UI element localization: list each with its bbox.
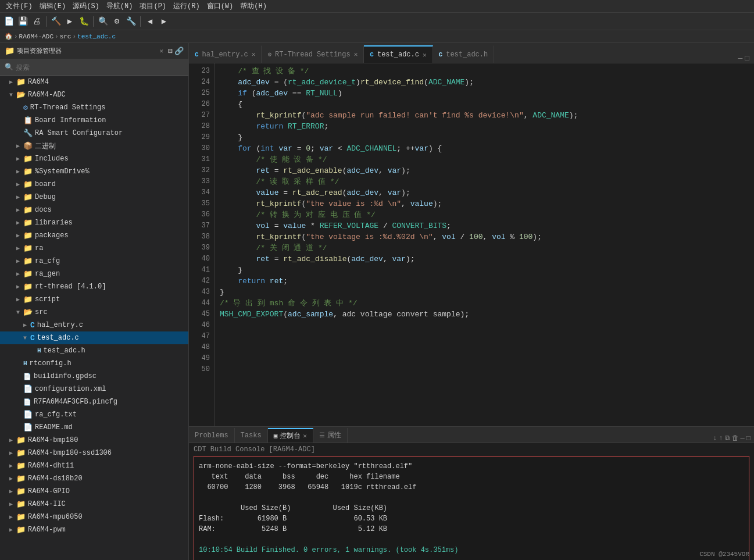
tree-item-test-adc-h[interactable]: H test_adc.h [0,344,188,357]
console-up[interactable]: ↑ [719,434,723,443]
menu-window[interactable]: 窗口(W) [203,1,237,11]
tab-test-adc-c[interactable]: C test_adc.c ✕ [364,45,433,63]
toolbar-forward[interactable]: ▶ [158,15,170,28]
csdn-badge: CSDN @2345VOR [699,551,749,558]
menu-project[interactable]: 项目(P) [136,1,170,11]
search-input[interactable] [16,63,184,72]
tree-item-readme[interactable]: 📄 README.md [0,421,188,434]
console-line-4 [199,493,744,503]
tab-tasks[interactable]: Tasks [235,428,268,443]
console-copy[interactable]: ⧉ [725,434,730,443]
console-line-9: 10:10:54 Build Finished. 0 errors, 1 war… [199,545,744,555]
tree-item-hal-entry[interactable]: ▶ C hal_entry.c [0,319,188,331]
tree-item-mpu6050[interactable]: ▶ 📁 RA6M4-mpu6050 [0,511,188,523]
tree-item-ra6m4-adc[interactable]: ▼ 📂 RA6M4-ADC [0,88,188,101]
tree-item-ra-smart[interactable]: 🔧 RA Smart Configurator [0,127,188,140]
toolbar-print[interactable]: 🖨 [30,15,43,28]
toolbar-new[interactable]: 📄 [2,15,15,28]
tab-problems[interactable]: Problems [189,428,235,443]
console-line-2: text data bss dec hex filename [199,472,744,482]
console-content: CDT Build Console [RA6M4-ADC] arm-none-e… [189,443,754,560]
breadcrumb-file[interactable]: test_adc.c [77,33,116,40]
tree-item-pincfg[interactable]: 📄 R7FA6M4AF3CFB.pincfg [0,395,188,408]
tree-item-bmp180[interactable]: ▶ 📁 RA6M4-bmp180 [0,434,188,447]
console-down[interactable]: ↓ [713,434,717,443]
bottom-tab-icons: ↓ ↑ ⧉ 🗑 — □ [709,434,754,443]
toolbar-search[interactable]: 🔍 [97,15,109,28]
toolbar-chip[interactable]: 🔧 [124,15,137,28]
tree-item-pwm[interactable]: ▶ 📁 RA6M4-pwm [0,523,188,536]
tab-console-close[interactable]: ✕ [303,432,307,440]
menu-bar: 文件(F) 编辑(E) 源码(S) 导航(N) 项目(P) 运行(R) 窗口(W… [0,0,754,13]
sidebar-header-close[interactable]: ✕ [160,47,164,55]
tree-item-rtconfig[interactable]: H rtconfig.h [0,357,188,370]
tree-item-packages[interactable]: ▶ 📁 packages [0,229,188,242]
console-line-6: Flash: 61980 B 60.53 KB [199,513,744,524]
tree-item-systemdrive[interactable]: ▶ 📁 %SystemDrive% [0,165,188,178]
sidebar-collapse[interactable]: ⊟ [168,47,173,56]
breadcrumb-home: 🏠 [5,33,13,40]
sidebar-title: 项目资源管理器 [17,47,158,55]
tree-item-debug[interactable]: ▶ 📁 Debug [0,191,188,204]
tree-item-docs[interactable]: ▶ 📁 docs [0,204,188,216]
tree-item-ra6m4[interactable]: ▶ 📁 RA6M4 [0,76,188,88]
tree-item-ra-gen[interactable]: ▶ 📁 ra_gen [0,267,188,280]
tree-item-dht11[interactable]: ▶ 📁 RA6M4-dht11 [0,459,188,472]
tree-item-includes[interactable]: ▶ 📁 Includes [0,152,188,165]
tab-console[interactable]: ▣ 控制台 ✕ [268,428,313,443]
menu-edit[interactable]: 编辑(E) [36,1,70,11]
sidebar-header: 📁 项目资源管理器 ✕ ⊟ 🔗 [0,43,188,59]
tab-test-adc-h[interactable]: C test_adc.h [433,45,495,63]
menu-run[interactable]: 运行(R) [170,1,203,11]
console-maximize[interactable]: □ [746,434,751,443]
sidebar: 📁 项目资源管理器 ✕ ⊟ 🔗 🔍 ▶ 📁 RA6M4 ▼ [0,43,189,560]
sidebar-link[interactable]: 🔗 [174,47,184,56]
toolbar-settings[interactable]: ⚙ [110,15,123,28]
tree-item-gpio[interactable]: ▶ 📁 RA6M4-GPIO [0,485,188,498]
tab-properties[interactable]: ☰ 属性 [313,428,348,443]
console-minimize[interactable]: — [741,434,745,443]
menu-file[interactable]: 文件(F) [2,1,36,11]
tree-item-rt-thread-settings[interactable]: ⚙ RT-Thread Settings [0,101,188,114]
tree-item-ra-cfg[interactable]: ▶ 📁 ra_cfg [0,255,188,267]
toolbar-save[interactable]: 💾 [16,15,29,28]
breadcrumb-project[interactable]: RA6M4-ADC [19,33,53,40]
tree-item-script[interactable]: ▶ 📁 script [0,293,188,306]
tab-close-hal[interactable]: ✕ [252,51,256,58]
tree-item-ds18b20[interactable]: ▶ 📁 RA6M4-ds18b20 [0,472,188,485]
tree-item-ra[interactable]: ▶ 📁 ra [0,242,188,255]
toolbar-back[interactable]: ◀ [144,15,156,28]
tree-item-rtthread[interactable]: ▶ 📁 rt-thread [4.1.0] [0,280,188,293]
toolbar-run[interactable]: ▶ [63,15,76,28]
menu-navigate[interactable]: 导航(N) [103,1,137,11]
tree-item-bmp180-ssd1306[interactable]: ▶ 📁 RA6M4-bmp180-ssd1306 [0,447,188,459]
tab-maximize[interactable]: □ [745,54,749,63]
tree-item-libraries[interactable]: ▶ 📁 libraries [0,216,188,229]
tree-item-board[interactable]: ▶ 📁 board [0,178,188,191]
tree-item-ra-cfg-txt[interactable]: 📄 ra_cfg.txt [0,408,188,421]
tab-rt-settings[interactable]: ⚙ RT-Thread Settings ✕ [262,45,364,63]
console-clear[interactable]: 🗑 [732,434,739,443]
tab-close-adc-c[interactable]: ✕ [423,51,427,59]
tree-item-buildinfo[interactable]: 📄 buildinfo.gpdsc [0,370,188,383]
sidebar-tree: ▶ 📁 RA6M4 ▼ 📂 RA6M4-ADC ⚙ RT-Thread Sett… [0,76,188,560]
tree-item-iic[interactable]: ▶ 📁 RA6M4-IIC [0,498,188,511]
toolbar-build[interactable]: 🔨 [49,15,62,28]
breadcrumb-folder[interactable]: src [60,33,72,40]
tree-item-test-adc-c[interactable]: ▼ C test_adc.c [0,331,188,344]
tab-close-rt[interactable]: ✕ [354,51,358,58]
tree-item-config-xml[interactable]: 📄 configuration.xml [0,383,188,395]
console-line-7: RAM: 5248 B 5.12 KB [199,524,744,534]
menu-help[interactable]: 帮助(H) [237,1,270,11]
sidebar-search-bar: 🔍 [0,59,188,76]
tree-item-binary[interactable]: ▶ 📦 二进制 [0,140,188,152]
tree-item-board-info[interactable]: 📋 Board Information [0,114,188,127]
code-content[interactable]: /* 查 找 设 备 */ adc_dev = (rt_adc_device_t… [215,63,754,426]
tree-item-src[interactable]: ▼ 📂 src [0,306,188,319]
tab-hal-entry[interactable]: C hal_entry.c ✕ [189,45,262,63]
console-line-5: Used Size(B) Used Size(KB) [199,503,744,513]
menu-source[interactable]: 源码(S) [69,1,103,11]
toolbar-debug[interactable]: 🐛 [77,15,90,28]
tab-minimize[interactable]: — [738,54,742,63]
console-line-8 [199,534,744,545]
